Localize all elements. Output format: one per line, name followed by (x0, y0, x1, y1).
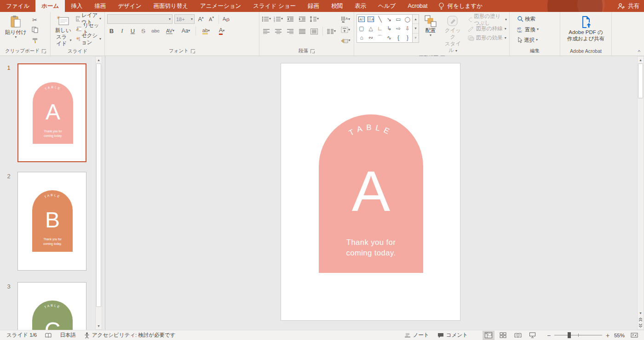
shape-arc-icon[interactable]: ⌒ (375, 33, 385, 42)
shape-curve-icon[interactable]: ∿ (385, 33, 394, 42)
align-center-button[interactable] (274, 27, 283, 36)
shape-elbow-connector-icon[interactable]: ∟ (375, 24, 385, 33)
shape-outline-button[interactable]: 図形の枠線 (467, 24, 507, 33)
justify-button[interactable] (298, 27, 307, 36)
canvas-scrollbar[interactable]: ▲ ▼ (637, 56, 644, 330)
slide-thumbnail-1[interactable]: TABLE A Thank you forcoming today. (17, 63, 86, 162)
underline-button[interactable]: U (128, 26, 137, 35)
shrink-font-button[interactable]: A▾ (207, 15, 216, 24)
thumbnails-scroll-up-arrow[interactable]: ▲ (96, 57, 102, 63)
new-slide-button[interactable]: ✳ 新しい スライド (53, 14, 73, 48)
clipboard-dialog-launcher[interactable] (42, 49, 46, 53)
shape-down-arrow-icon[interactable]: ⇩ (403, 24, 412, 33)
tab-review[interactable]: 校閲 (325, 0, 349, 12)
zoom-slider-track[interactable] (554, 335, 602, 335)
distribute-text-button[interactable] (310, 27, 319, 36)
paste-button[interactable]: 貼り付け (3, 14, 29, 40)
slide-canvas[interactable]: TABLE A Thank you forcoming today. ▲ ▼ (105, 56, 644, 330)
quick-styles-button[interactable]: クイックスタイル (442, 14, 464, 55)
shape-effects-button[interactable]: 図形の効果 (467, 34, 507, 42)
shadow-button[interactable]: S (139, 26, 148, 35)
font-name-combo[interactable] (107, 14, 172, 24)
notes-button[interactable]: ノート (402, 330, 432, 340)
tab-transitions[interactable]: 画面切り替え (147, 0, 194, 12)
columns-button[interactable] (327, 27, 336, 36)
shape-line-icon[interactable]: ╲ (375, 15, 385, 24)
shape-oval-icon[interactable]: ◯ (403, 15, 412, 24)
previous-slide-button[interactable] (638, 317, 644, 323)
tell-me-search[interactable]: 何をしますか (434, 0, 487, 12)
tab-record[interactable]: 録画 (302, 0, 325, 12)
shape-vertical-textbox-icon[interactable]: A (366, 15, 375, 24)
canvas-scrollbar-thumb[interactable] (638, 63, 643, 98)
tab-help[interactable]: ヘルプ (372, 0, 402, 12)
table-letter[interactable]: A (319, 158, 423, 224)
tab-slideshow[interactable]: スライド ショー (247, 0, 302, 12)
font-size-combo[interactable]: 18+ (174, 14, 195, 24)
find-button[interactable]: 検索 (516, 14, 536, 23)
shape-scribble-icon[interactable]: ∾ (366, 33, 375, 42)
character-spacing-button[interactable]: AV (163, 26, 177, 35)
canvas-scroll-down-arrow[interactable]: ▼ (638, 310, 644, 317)
main-slide[interactable]: TABLE A Thank you forcoming today. (281, 63, 460, 321)
shapes-scroll-down[interactable]: ▼ (413, 24, 419, 33)
shapes-gallery-more[interactable]: ⩔ (413, 34, 419, 42)
bold-button[interactable]: B (107, 26, 116, 35)
zoom-out-button[interactable]: − (546, 332, 552, 339)
slide-thumbnail-2[interactable]: TABLE B Thank you forcoming today. (17, 172, 86, 271)
shape-textbox-icon[interactable]: A (357, 15, 366, 24)
tab-animations[interactable]: アニメーション (194, 0, 247, 12)
paragraph-dialog-launcher[interactable] (310, 49, 315, 53)
slide-sorter-view-button[interactable] (497, 331, 509, 340)
next-slide-button[interactable] (638, 323, 644, 329)
shapes-gallery[interactable]: A A ╲ ↘ ▭ ◯ ▢ △ ∟ ↳ ⇨ ⇩ ⌂ ∾ ⌒ (356, 14, 419, 43)
strikethrough-button[interactable]: abc (150, 26, 161, 35)
align-left-button[interactable] (262, 27, 271, 36)
slideshow-view-button[interactable] (527, 331, 539, 340)
tab-insert[interactable]: 挿入 (65, 0, 88, 12)
format-painter-button[interactable] (30, 35, 40, 45)
select-button[interactable]: 選択 (516, 35, 539, 45)
section-button[interactable]: ✳ セクション (75, 34, 102, 44)
numbering-button[interactable]: 123 (274, 14, 283, 23)
copy-button[interactable] (30, 25, 40, 34)
change-case-button[interactable]: Aa (179, 26, 193, 35)
tab-file[interactable]: ファイル (0, 0, 35, 12)
collapse-ribbon-button[interactable]: ^ (638, 49, 640, 55)
arch-card[interactable]: TABLE A Thank you forcoming today. (319, 114, 423, 273)
thumbnails-scrollbar-thumb[interactable] (96, 63, 101, 307)
slide-thumbnail-3[interactable]: TABLE C Thank you forcoming today. (17, 282, 86, 330)
align-right-button[interactable] (286, 27, 295, 36)
canvas-scroll-up-arrow[interactable]: ▲ (638, 57, 644, 63)
shape-right-arrow-icon[interactable]: ⇨ (394, 24, 403, 33)
shape-triangle-icon[interactable]: △ (366, 24, 375, 33)
highlight-color-button[interactable]: ab (199, 26, 213, 35)
convert-smartart-button[interactable] (339, 36, 352, 45)
create-pdf-button[interactable]: Adobe PDF の 作成および共有 (565, 14, 606, 43)
font-dialog-launcher[interactable] (191, 49, 195, 53)
shape-elbow-arrow-icon[interactable]: ↳ (385, 24, 394, 33)
fit-slide-to-window-button[interactable] (628, 331, 640, 340)
bullets-button[interactable] (262, 14, 271, 23)
zoom-in-button[interactable]: + (605, 332, 610, 339)
reading-view-button[interactable] (512, 331, 524, 340)
normal-view-button[interactable] (483, 331, 494, 340)
thank-you-text[interactable]: Thank you forcoming today. (319, 237, 423, 258)
text-direction-button[interactable]: A (339, 15, 352, 24)
tab-design[interactable]: デザイン (112, 0, 147, 12)
thumbnails-scrollbar[interactable]: ▲ ▼ (95, 56, 102, 330)
spellcheck-button[interactable] (42, 330, 54, 340)
replace-button[interactable]: abac 置換 (516, 25, 540, 34)
accessibility-checker[interactable]: アクセシビリティ: 検討が必要です (81, 330, 178, 340)
cut-button[interactable]: ✂ (30, 15, 40, 24)
slide-counter[interactable]: スライド 1/6 (4, 330, 40, 340)
shape-fill-button[interactable]: 図形の塗りつぶし (467, 15, 507, 24)
grow-font-button[interactable]: A▴ (196, 15, 205, 24)
paste-dropdown[interactable] (15, 35, 17, 39)
shape-left-brace-icon[interactable]: { (394, 33, 403, 42)
shape-right-brace-icon[interactable]: } (403, 33, 412, 42)
shapes-scroll-up[interactable]: ▲ (413, 15, 419, 24)
align-text-button[interactable] (339, 25, 352, 34)
share-button[interactable]: 共有 (617, 0, 639, 12)
increase-indent-button[interactable] (298, 14, 307, 23)
